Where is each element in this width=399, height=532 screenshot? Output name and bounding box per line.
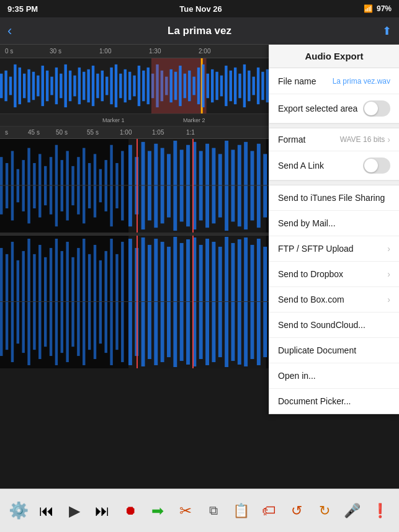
export-menu-item-picker[interactable]: Document Picker...	[269, 389, 399, 414]
rewind-icon: ⏮	[39, 502, 54, 520]
export-menu-label-picker: Document Picker...	[278, 396, 351, 406]
time-45s: 45 s	[28, 129, 40, 136]
svg-rect-14	[60, 74, 62, 99]
svg-rect-7	[27, 69, 30, 102]
svg-rect-52	[225, 66, 227, 106]
export-menu-chevron-dropbox: ›	[387, 269, 390, 279]
svg-rect-17	[73, 76, 76, 97]
settings-button[interactable]: ⚙️	[5, 497, 32, 525]
export-menu-item-duplicate[interactable]: Duplicate Document	[269, 338, 399, 363]
rewind-button[interactable]: ⏮	[33, 497, 60, 525]
marker-2-label: Marker 2	[183, 117, 205, 123]
play-icon: ▶	[69, 502, 80, 520]
export-menu-item-dropbox[interactable]: Send to Dropbox ›	[269, 262, 399, 287]
svg-rect-50	[215, 72, 218, 100]
svg-rect-44	[188, 71, 191, 101]
wifi-icon: 📶	[364, 4, 373, 13]
export-menu-item-mail[interactable]: Send by Mail...	[269, 211, 399, 236]
svg-rect-13	[55, 68, 58, 104]
bookmark-icon: 🏷	[262, 503, 276, 519]
export-menu-item-ftp[interactable]: FTP / SFTP Upload ›	[269, 236, 399, 262]
play-button[interactable]: ▶	[61, 497, 88, 525]
status-time: 9:35 PM	[7, 4, 38, 14]
export-menu-item-openin[interactable]: Open in...	[269, 363, 399, 389]
settings-icon: ⚙️	[9, 501, 29, 520]
alert-icon: ❗	[372, 503, 388, 519]
time-1m30s: 1:30	[149, 48, 161, 55]
share-button[interactable]: ⬆	[382, 24, 392, 38]
export-menu-label-soundcloud: Send to SoundCloud...	[278, 320, 365, 330]
svg-rect-8	[32, 72, 35, 100]
back-button[interactable]: ‹	[7, 23, 12, 39]
file-name-label: File name	[278, 76, 316, 86]
mic-icon: 🎤	[344, 503, 361, 519]
svg-rect-18	[78, 68, 81, 104]
svg-rect-53	[230, 71, 232, 101]
svg-rect-57	[248, 71, 250, 101]
scissors-icon: ✂	[179, 502, 192, 520]
arrow-button[interactable]: ➡	[144, 497, 171, 525]
svg-rect-49	[211, 69, 213, 102]
svg-rect-21	[92, 66, 94, 106]
record-button[interactable]: ⏺	[117, 497, 144, 525]
send-link-toggle[interactable]	[363, 157, 390, 174]
redo-button[interactable]: ↻	[311, 497, 338, 525]
svg-rect-43	[184, 74, 186, 99]
alert-button[interactable]: ❗	[367, 497, 394, 525]
svg-rect-5	[19, 68, 21, 104]
svg-rect-51	[220, 76, 223, 97]
export-menu-chevron-ftp: ›	[387, 244, 390, 254]
playhead-top	[137, 139, 138, 233]
export-selected-label: Export selected area	[278, 104, 357, 113]
arrow-icon: ➡	[151, 502, 164, 520]
format-row[interactable]: Format WAVE 16 bits ›	[269, 128, 399, 151]
svg-rect-15	[64, 64, 66, 107]
export-menu-chevron-box: ›	[387, 295, 390, 304]
record-icon: ⏺	[124, 503, 137, 518]
svg-rect-3	[9, 77, 12, 95]
undo-button[interactable]: ↺	[283, 497, 310, 525]
export-panel-title: Audio Export	[269, 45, 399, 68]
undo-icon: ↺	[291, 503, 302, 519]
toolbar: ⚙️ ⏮ ▶ ⏭ ⏺ ➡ ✂ ⧉ 📋 🏷 ↺ ↻ 🎤 ❗	[0, 489, 399, 532]
export-menu-label-itunes: Send to iTunes File Sharing	[278, 193, 385, 203]
copy-button[interactable]: ⧉	[200, 497, 227, 525]
export-divider-2	[269, 180, 399, 185]
format-value: WAVE 16 bits	[340, 135, 385, 144]
export-menu-item-box[interactable]: Send to Box.com ›	[269, 287, 399, 313]
mic-button[interactable]: 🎤	[339, 497, 366, 525]
fast-forward-icon: ⏭	[95, 502, 110, 520]
svg-rect-42	[179, 66, 181, 106]
export-menu-label-dropbox: Send to Dropbox	[278, 269, 343, 279]
file-name-value[interactable]: La prima vez.wav	[333, 77, 390, 86]
export-divider-1	[269, 123, 399, 128]
fast-forward-button[interactable]: ⏭	[89, 497, 116, 525]
svg-rect-25	[110, 68, 112, 104]
send-link-label: Send A Link	[278, 161, 324, 171]
svg-rect-2	[4, 71, 7, 101]
export-selected-row: Export selected area	[269, 94, 399, 123]
export-selected-toggle[interactable]	[363, 100, 390, 117]
svg-rect-27	[119, 74, 122, 99]
time-s: s	[5, 129, 8, 136]
svg-rect-41	[174, 72, 177, 100]
export-menu-item-itunes[interactable]: Send to iTunes File Sharing	[269, 185, 399, 211]
svg-rect-33	[147, 68, 150, 104]
svg-rect-54	[234, 68, 236, 104]
export-menu-item-soundcloud[interactable]: Send to SoundCloud...	[269, 313, 399, 338]
time-50s: 50 s	[56, 129, 68, 136]
paste-button[interactable]: 📋	[228, 497, 255, 525]
send-link-row: Send A Link	[269, 151, 399, 180]
svg-rect-28	[124, 69, 127, 102]
status-bar: 9:35 PM Tue Nov 26 📶 97%	[0, 0, 399, 17]
svg-rect-4	[14, 64, 16, 107]
svg-rect-30	[133, 76, 135, 97]
bookmark-button[interactable]: 🏷	[255, 497, 282, 525]
svg-rect-1	[0, 74, 2, 99]
svg-rect-6	[23, 74, 25, 99]
svg-rect-55	[238, 74, 241, 99]
format-chevron: ›	[387, 135, 390, 144]
svg-rect-12	[50, 77, 53, 95]
scissors-button[interactable]: ✂	[172, 497, 199, 525]
svg-rect-10	[42, 66, 44, 106]
